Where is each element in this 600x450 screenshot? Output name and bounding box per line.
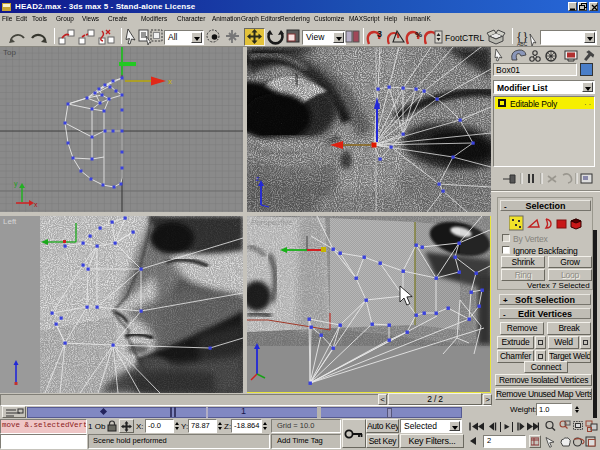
svg-text:3: 3 (377, 29, 382, 39)
svg-text:Perspective: Perspective (251, 218, 293, 227)
svg-text:x: x (34, 201, 38, 208)
svg-text:z: z (256, 175, 260, 182)
svg-text:%: % (415, 30, 422, 39)
svg-text:y: y (14, 180, 18, 188)
svg-text:x: x (168, 77, 172, 86)
